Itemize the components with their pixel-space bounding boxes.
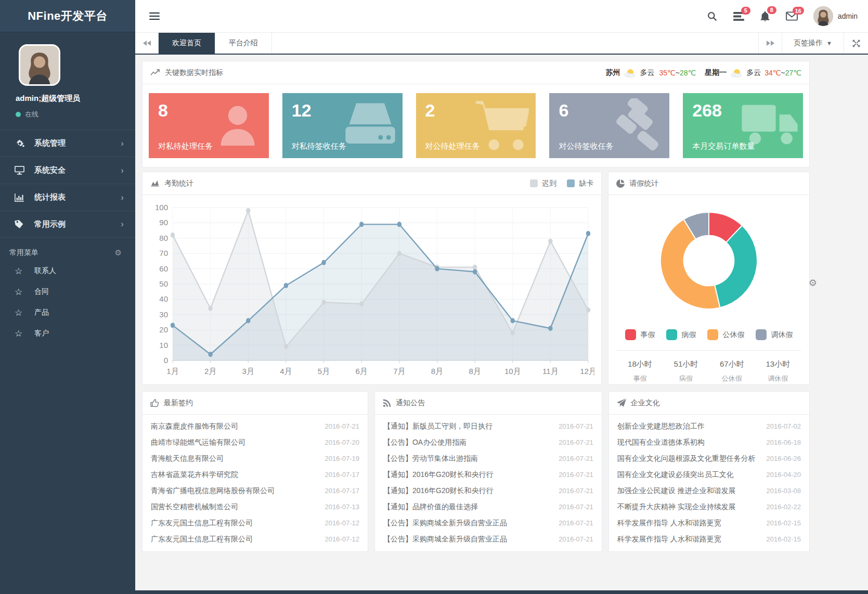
list-item-date: 2016-06-18 (767, 438, 801, 446)
sidebar-item-2[interactable]: 系统安全› (0, 157, 135, 184)
list-item[interactable]: 国营长空精密机械制造公司2016-07-13 (142, 499, 368, 515)
list-item-date: 2016-07-12 (325, 535, 359, 543)
topbar-username: admin (838, 12, 858, 20)
favorites-list: ☆联系人☆合同☆产品☆客户 (0, 261, 135, 344)
fullscreen-toggle-icon[interactable] (844, 33, 868, 54)
tag-icon (15, 220, 34, 228)
rss-icon (383, 399, 391, 407)
svg-text:40: 40 (159, 294, 168, 303)
legend-swatch (567, 179, 575, 187)
user-avatar[interactable] (19, 44, 60, 86)
leave-chart-body: 事假病假公休假调休假 18小时事假51小时病假67小时公休假13小时调休假 (608, 195, 809, 383)
list-item-date: 2016-07-21 (559, 455, 593, 462)
leave-legend-item-调休假[interactable]: 调休假 (756, 329, 793, 340)
list-item[interactable]: 【公告】采购商城全新升级自营业正品2016-07-21 (375, 531, 602, 547)
list-item[interactable]: 吉林省蔬菜花卉科学研究院2016-07-17 (142, 467, 368, 483)
sidebar-item-label: 常用示例 (34, 219, 66, 229)
star-icon: ☆ (15, 307, 34, 318)
list-item-text: 【公告】采购商城全新升级自营业正品 (383, 535, 559, 544)
tab-actions-dropdown[interactable]: 页签操作 ▼ (782, 33, 844, 54)
list-item[interactable]: 国有企业文化建设必须突出员工文化2016-04-20 (609, 467, 809, 483)
weather-city: 苏州 (605, 68, 620, 78)
leave-legend-item-公休假[interactable]: 公休假 (707, 329, 745, 340)
sidebar-item-4[interactable]: 常用示例› (0, 211, 135, 238)
list-item[interactable]: 【公告】采购商城全新升级自营业正品2016-07-21 (375, 515, 602, 531)
stat-card-4[interactable]: 6对公待签收任务 (549, 93, 669, 158)
legend-swatch (666, 329, 677, 340)
sidebar-item-label: 系统安全 (34, 165, 66, 175)
stat-card-2[interactable]: 12对私待签收任务 (282, 93, 403, 158)
list-item-text: 广东友元国土信息工程有限公司 (151, 535, 325, 544)
legend-label: 调休假 (771, 330, 793, 340)
stat-card-3[interactable]: 2对公待处理任务 (416, 93, 536, 158)
list-item[interactable]: 【公告】劳动节集体出游指南2016-07-21 (375, 450, 602, 467)
list-item[interactable]: 不断提升大庆精神 实现企业持续发展2016-02-22 (609, 499, 809, 515)
list-item-date: 2016-07-21 (559, 519, 593, 527)
list-item-text: 【公告】采购商城全新升级自营业正品 (383, 519, 559, 528)
menu-toggle-icon[interactable] (149, 10, 160, 22)
list-item[interactable]: 南京森鹿皮件服饰有限公司2016-07-21 (142, 418, 368, 434)
list-item-date: 2016-07-19 (325, 455, 359, 462)
leave-legend-item-病假[interactable]: 病假 (666, 329, 696, 340)
favorite-item-1[interactable]: ☆联系人 (0, 261, 135, 281)
svg-text:3月: 3月 (242, 367, 254, 376)
list-item-text: 【公告】OA办公使用指南 (383, 438, 559, 447)
stat-cards-row: 8对私待处理任务12对私待签收任务2对公待处理任务6对公待签收任务268本月交易… (142, 84, 809, 167)
list-item[interactable]: 【通知】新版员工守则，即日执行2016-07-21 (375, 418, 602, 434)
list-item[interactable]: 创新企业党建思想政治工作2016-07-02 (609, 418, 809, 434)
star-icon: ☆ (15, 287, 34, 298)
settings-gear-button[interactable]: ⚙ (809, 277, 817, 289)
legend-item-缺卡[interactable]: 缺卡 (567, 179, 593, 188)
tabs-scroll-right-button[interactable] (758, 33, 782, 54)
list-body: 【通知】新版员工守则，即日执行2016-07-21【公告】OA办公使用指南201… (375, 415, 602, 551)
task-list-icon[interactable]: 5 (733, 11, 744, 21)
sidebar-item-1[interactable]: 系统管理› (0, 130, 135, 157)
favorite-item-2[interactable]: ☆合同 (0, 281, 135, 302)
sidebar-menu: 系统管理›系统安全›统计报表›常用示例› (0, 130, 135, 238)
tab-2[interactable]: 平台介绍 (215, 33, 272, 54)
favorite-item-4[interactable]: ☆客户 (0, 323, 135, 344)
list-item[interactable]: 广东友元国土信息工程有限公司2016-07-12 (142, 531, 368, 547)
svg-text:6月: 6月 (356, 367, 368, 376)
favorites-settings-gear-icon[interactable]: ⚙ (115, 248, 122, 257)
tab-1[interactable]: 欢迎首页 (159, 33, 215, 54)
temp-sep-2: ~ (781, 69, 785, 77)
leave-stat-病假: 51小时病假 (663, 359, 709, 383)
leave-stat-公休假: 67小时公休假 (709, 359, 755, 383)
list-item-date: 2016-03-08 (767, 487, 801, 495)
list-item[interactable]: 青海航天信息有限公司2016-07-19 (142, 450, 368, 467)
list-item[interactable]: 曲靖市绿能燃气运输有限公司2016-07-20 (142, 434, 368, 450)
list-item[interactable]: 广东友元国土信息工程有限公司2016-07-12 (142, 515, 368, 531)
hdd-icon (342, 98, 398, 150)
bell-icon[interactable]: 8 (760, 11, 770, 22)
list-item[interactable]: 【通知】品牌价值的最佳选择2016-07-21 (375, 499, 602, 515)
list-item[interactable]: 科学发展作指导 人水和谐路更宽2016-02-15 (609, 531, 809, 547)
list-item[interactable]: 【通知】2016年G20财长和央行行2016-07-21 (375, 483, 602, 499)
stat-card-1[interactable]: 8对私待处理任务 (149, 93, 269, 158)
tab-bar: 欢迎首页平台介绍 页签操作 ▼ (135, 32, 868, 55)
list-item[interactable]: 现代国有企业道德体系初构2016-06-18 (609, 434, 809, 450)
list-item[interactable]: 青海省广播电视信息网络股份有限公司2016-07-17 (142, 483, 368, 499)
stat-card-5[interactable]: 268本月交易订单数量 (683, 93, 803, 158)
user-menu[interactable]: admin (813, 6, 858, 26)
list-item[interactable]: 加强企业公民建设 推进企业和谐发展2016-03-08 (609, 483, 809, 499)
favorite-item-3[interactable]: ☆产品 (0, 302, 135, 323)
leave-legend-item-事假[interactable]: 事假 (625, 329, 655, 340)
list-item-date: 2016-07-13 (325, 503, 359, 511)
kpi-panel: 关键数据实时指标 苏州 多云 35℃~28℃ 星期一 多云 34℃~27℃ 8对… (142, 61, 810, 167)
main-column: 5 8 16 admin (135, 0, 868, 594)
list-item[interactable]: 【公告】OA办公使用指南2016-07-21 (375, 434, 602, 450)
list-item-date: 2016-04-20 (767, 471, 801, 479)
app-root: NFine开发平台 admin;超级管理员 在线 系统管理›系统安全›统计报表›… (0, 0, 868, 594)
list-item[interactable]: 国有企业文化问题根源及文化重塑任务分析2016-06-26 (609, 450, 809, 467)
list-item[interactable]: 科学发展作指导 人水和谐路更宽2016-02-15 (609, 515, 809, 531)
legend-item-迟到[interactable]: 迟到 (530, 179, 556, 188)
list-item-text: 南京森鹿皮件服饰有限公司 (151, 422, 325, 431)
tabs-scroll-left-button[interactable] (135, 33, 159, 54)
list-item[interactable]: 【通知】2016年G20财长和央行行2016-07-21 (375, 467, 602, 483)
legend-swatch (707, 329, 718, 340)
list-item-text: 吉林省蔬菜花卉科学研究院 (151, 470, 325, 480)
search-icon[interactable] (707, 11, 718, 22)
envelope-icon[interactable]: 16 (786, 11, 798, 21)
sidebar-item-3[interactable]: 统计报表› (0, 184, 135, 211)
